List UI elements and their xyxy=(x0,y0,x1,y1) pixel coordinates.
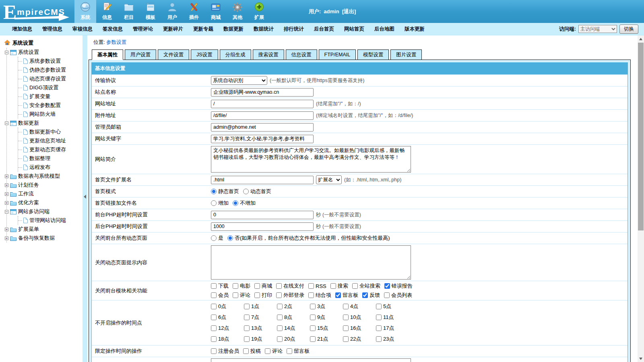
checkbox-input[interactable] xyxy=(343,336,349,342)
checkbox-input[interactable] xyxy=(335,292,341,298)
checkbox-option[interactable]: 下载 xyxy=(211,282,229,290)
checkbox-option[interactable]: 15点 xyxy=(310,325,343,332)
checkbox-input[interactable] xyxy=(211,315,217,320)
tree-leaf[interactable]: 动态页缓存设置 xyxy=(18,74,83,83)
tree-leaf[interactable]: 管理网站访问端 xyxy=(18,216,83,225)
checkbox-option[interactable]: 错误报告 xyxy=(384,282,413,290)
radio-input[interactable] xyxy=(211,200,217,206)
radio-option[interactable]: 不增加 xyxy=(233,200,256,207)
checkbox-option[interactable]: 10点 xyxy=(343,314,376,321)
radio-input[interactable] xyxy=(211,189,217,194)
checkbox-option[interactable]: 11点 xyxy=(376,314,409,321)
radio-option[interactable]: 否(如果开启，前台所有动态文件都无法使用，但性能和安全性最高) xyxy=(227,234,390,242)
checkbox-input[interactable] xyxy=(277,336,283,342)
checkbox-input[interactable] xyxy=(343,304,349,309)
tree-section[interactable]: +备份与恢复数据 xyxy=(7,234,83,243)
scroll-up-button[interactable] xyxy=(638,35,644,42)
checkbox-input[interactable] xyxy=(211,304,217,309)
text-input[interactable] xyxy=(211,123,314,132)
tree-section[interactable]: −数据更新 xyxy=(7,119,83,128)
tree-section[interactable]: −系统设置 xyxy=(7,48,83,57)
expand-toggle[interactable]: + xyxy=(5,201,8,205)
checkbox-input[interactable] xyxy=(310,304,316,309)
tree-section[interactable]: +数据表与系统模型 xyxy=(7,172,83,181)
expand-toggle[interactable]: + xyxy=(5,192,8,196)
tab-文件设置[interactable]: 文件设置 xyxy=(158,49,189,60)
checkbox-input[interactable] xyxy=(254,292,260,298)
tab-信息设置[interactable]: 信息设置 xyxy=(286,49,317,60)
menubar-item[interactable]: 增加信息 xyxy=(12,26,32,33)
tree-leaf[interactable]: 网站防火墙 xyxy=(18,110,83,119)
checkbox-input[interactable] xyxy=(244,325,250,331)
checkbox-input[interactable] xyxy=(211,292,217,298)
checkbox-input[interactable] xyxy=(277,304,283,309)
checkbox-input[interactable] xyxy=(376,315,382,320)
tree-leaf[interactable]: 安全参数配置 xyxy=(18,101,83,110)
checkbox-input[interactable] xyxy=(376,304,382,309)
menubar-item[interactable]: 数据统计 xyxy=(254,26,274,33)
checkbox-input[interactable] xyxy=(310,325,316,331)
checkbox-option[interactable]: 评论 xyxy=(265,348,283,355)
checkbox-option[interactable]: 14点 xyxy=(277,325,310,332)
checkbox-input[interactable] xyxy=(384,292,390,298)
expand-toggle[interactable]: + xyxy=(5,237,8,240)
checkbox-input[interactable] xyxy=(308,292,314,298)
expand-toggle[interactable]: + xyxy=(5,183,8,187)
expand-toggle[interactable]: − xyxy=(5,51,8,54)
sidebar-collapse-handle[interactable] xyxy=(84,195,86,199)
textarea-input[interactable] xyxy=(211,146,411,173)
menubar-item[interactable]: 排行统计 xyxy=(284,26,304,33)
menubar-item[interactable]: 后台首页 xyxy=(314,26,334,33)
checkbox-option[interactable]: 全站搜索 xyxy=(352,282,380,290)
tab-用户设置[interactable]: 用户设置 xyxy=(125,49,156,60)
tab-基本属性[interactable]: 基本属性 xyxy=(92,49,123,60)
top-nav-item[interactable]: 插件 xyxy=(183,0,205,23)
tab-模型设置[interactable]: 模型设置 xyxy=(357,49,389,60)
tree-section[interactable]: +工作流 xyxy=(7,189,83,198)
checkbox-option[interactable]: 0点 xyxy=(211,303,244,310)
select-input[interactable]: 扩展名 xyxy=(316,175,342,184)
checkbox-input[interactable] xyxy=(362,292,368,298)
checkbox-option[interactable]: 12点 xyxy=(211,325,244,332)
checkbox-option[interactable]: 会员 xyxy=(211,292,229,299)
checkbox-option[interactable]: 20点 xyxy=(277,335,310,343)
scrollbar-thumb[interactable] xyxy=(638,43,644,230)
checkbox-option[interactable]: 6点 xyxy=(211,314,244,321)
checkbox-option[interactable]: 评论 xyxy=(233,292,250,299)
checkbox-input[interactable] xyxy=(376,325,382,331)
checkbox-input[interactable] xyxy=(330,283,336,289)
checkbox-option[interactable]: 打印 xyxy=(254,292,272,299)
menubar-item[interactable]: 管理信息 xyxy=(42,26,62,33)
top-nav-item[interactable]: 扩展 xyxy=(248,0,270,23)
top-nav-item[interactable]: 模板 xyxy=(140,0,161,23)
checkbox-option[interactable]: 外部登录 xyxy=(276,292,304,299)
checkbox-option[interactable]: 7点 xyxy=(244,314,277,321)
select-input[interactable]: 系统自动识别 xyxy=(211,76,267,85)
checkbox-option[interactable]: 2点 xyxy=(277,303,310,310)
menubar-item[interactable]: 更新专题 xyxy=(193,26,213,33)
switch-button[interactable]: 切换 xyxy=(619,25,638,34)
tab-图片设置[interactable]: 图片设置 xyxy=(390,49,422,60)
checkbox-option[interactable]: 4点 xyxy=(343,303,376,310)
checkbox-option[interactable]: 注册会员 xyxy=(211,348,239,355)
top-nav-item[interactable]: 商城 xyxy=(205,0,227,23)
checkbox-option[interactable]: 反馈 xyxy=(362,292,380,299)
tree-leaf[interactable]: 系统参数设置 xyxy=(18,57,83,66)
radio-input[interactable] xyxy=(243,189,249,194)
tree-section[interactable]: +计划任务 xyxy=(7,181,83,189)
checkbox-option[interactable]: 商城 xyxy=(254,282,272,290)
checkbox-input[interactable] xyxy=(211,283,217,289)
menubar-item[interactable]: 更新碎片 xyxy=(163,26,183,33)
menubar-item[interactable]: 后台地图 xyxy=(374,26,394,33)
tree-leaf[interactable]: 数据整理 xyxy=(18,154,83,163)
tree-leaf[interactable]: 数据更新中心 xyxy=(18,128,83,136)
access-select[interactable]: 主访问端 xyxy=(578,25,617,33)
tree-section[interactable]: −网站多访问端 xyxy=(7,207,83,216)
checkbox-option[interactable]: RSS xyxy=(308,283,326,289)
tab-分组生成[interactable]: 分组生成 xyxy=(220,49,251,60)
checkbox-option[interactable]: 17点 xyxy=(376,325,409,332)
checkbox-input[interactable] xyxy=(244,336,250,342)
checkbox-input[interactable] xyxy=(384,283,390,289)
radio-option[interactable]: 是 xyxy=(211,234,223,242)
menubar-item[interactable]: 签发信息 xyxy=(103,26,123,33)
